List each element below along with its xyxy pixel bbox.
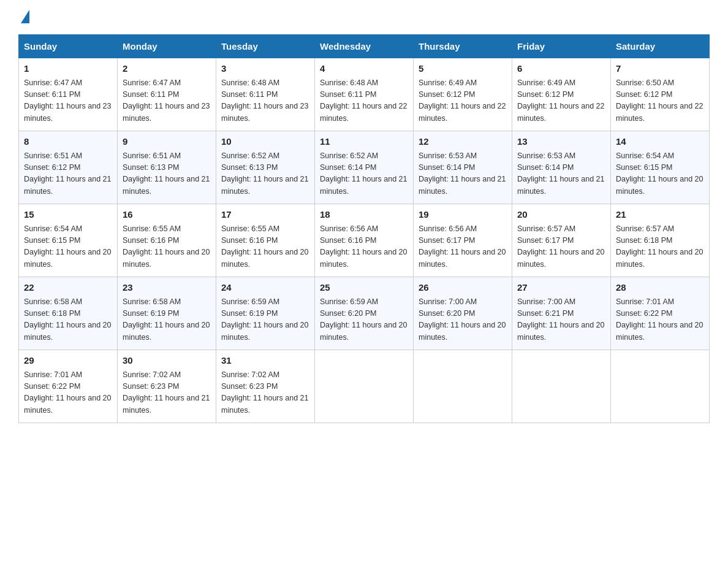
day-info: Sunrise: 6:52 AMSunset: 6:14 PMDaylight:… <box>320 151 407 196</box>
week-row-1: 1 Sunrise: 6:47 AMSunset: 6:11 PMDayligh… <box>19 58 710 131</box>
day-info: Sunrise: 6:55 AMSunset: 6:16 PMDaylight:… <box>123 224 210 269</box>
day-info: Sunrise: 7:02 AMSunset: 6:23 PMDaylight:… <box>221 370 308 415</box>
day-cell: 15 Sunrise: 6:54 AMSunset: 6:15 PMDaylig… <box>19 204 118 277</box>
day-info: Sunrise: 6:49 AMSunset: 6:12 PMDaylight:… <box>419 79 506 123</box>
day-number: 25 <box>320 281 408 295</box>
day-info: Sunrise: 7:00 AMSunset: 6:21 PMDaylight:… <box>517 297 604 342</box>
day-info: Sunrise: 6:56 AMSunset: 6:17 PMDaylight:… <box>419 224 506 269</box>
day-cell: 12 Sunrise: 6:53 AMSunset: 6:14 PMDaylig… <box>414 131 512 204</box>
header-cell-monday: Monday <box>118 35 216 58</box>
day-info: Sunrise: 7:01 AMSunset: 6:22 PMDaylight:… <box>616 297 703 342</box>
day-info: Sunrise: 7:02 AMSunset: 6:23 PMDaylight:… <box>123 370 210 415</box>
day-info: Sunrise: 6:50 AMSunset: 6:12 PMDaylight:… <box>616 79 703 123</box>
day-cell <box>512 350 611 423</box>
day-number: 30 <box>123 354 211 368</box>
day-info: Sunrise: 6:58 AMSunset: 6:19 PMDaylight:… <box>123 297 210 342</box>
day-cell: 16 Sunrise: 6:55 AMSunset: 6:16 PMDaylig… <box>118 204 216 277</box>
day-cell: 1 Sunrise: 6:47 AMSunset: 6:11 PMDayligh… <box>19 58 118 131</box>
day-number: 9 <box>123 135 211 149</box>
day-number: 1 <box>24 62 112 76</box>
header-cell-thursday: Thursday <box>414 35 512 58</box>
logo-triangle-icon <box>21 10 29 23</box>
day-cell: 30 Sunrise: 7:02 AMSunset: 6:23 PMDaylig… <box>118 350 216 423</box>
day-number: 2 <box>123 62 211 76</box>
day-cell: 20 Sunrise: 6:57 AMSunset: 6:17 PMDaylig… <box>512 204 611 277</box>
day-info: Sunrise: 6:51 AMSunset: 6:13 PMDaylight:… <box>123 151 210 196</box>
day-info: Sunrise: 6:57 AMSunset: 6:17 PMDaylight:… <box>517 224 604 269</box>
day-number: 5 <box>419 62 507 76</box>
day-cell: 9 Sunrise: 6:51 AMSunset: 6:13 PMDayligh… <box>118 131 216 204</box>
day-number: 27 <box>517 281 605 295</box>
week-row-2: 8 Sunrise: 6:51 AMSunset: 6:12 PMDayligh… <box>19 131 710 204</box>
day-number: 4 <box>320 62 408 76</box>
day-cell: 28 Sunrise: 7:01 AMSunset: 6:22 PMDaylig… <box>611 277 710 350</box>
day-cell: 4 Sunrise: 6:48 AMSunset: 6:11 PMDayligh… <box>315 58 414 131</box>
day-cell: 14 Sunrise: 6:54 AMSunset: 6:15 PMDaylig… <box>611 131 710 204</box>
day-cell: 17 Sunrise: 6:55 AMSunset: 6:16 PMDaylig… <box>216 204 315 277</box>
week-row-4: 22 Sunrise: 6:58 AMSunset: 6:18 PMDaylig… <box>19 277 710 350</box>
day-cell: 8 Sunrise: 6:51 AMSunset: 6:12 PMDayligh… <box>19 131 118 204</box>
day-number: 6 <box>517 62 605 76</box>
day-number: 17 <box>221 208 309 222</box>
day-info: Sunrise: 6:47 AMSunset: 6:11 PMDaylight:… <box>123 79 210 123</box>
day-info: Sunrise: 6:49 AMSunset: 6:12 PMDaylight:… <box>517 79 604 123</box>
day-number: 15 <box>24 208 112 222</box>
day-cell <box>315 350 414 423</box>
header-cell-saturday: Saturday <box>611 35 710 58</box>
day-number: 31 <box>221 354 309 368</box>
day-cell: 26 Sunrise: 7:00 AMSunset: 6:20 PMDaylig… <box>414 277 512 350</box>
day-number: 11 <box>320 135 408 149</box>
day-number: 28 <box>616 281 704 295</box>
day-cell: 2 Sunrise: 6:47 AMSunset: 6:11 PMDayligh… <box>118 58 216 131</box>
day-info: Sunrise: 7:01 AMSunset: 6:22 PMDaylight:… <box>24 370 111 415</box>
week-row-5: 29 Sunrise: 7:01 AMSunset: 6:22 PMDaylig… <box>19 350 710 423</box>
day-number: 23 <box>123 281 211 295</box>
day-info: Sunrise: 6:55 AMSunset: 6:16 PMDaylight:… <box>221 224 308 269</box>
day-cell: 23 Sunrise: 6:58 AMSunset: 6:19 PMDaylig… <box>118 277 216 350</box>
day-cell: 29 Sunrise: 7:01 AMSunset: 6:22 PMDaylig… <box>19 350 118 423</box>
day-cell: 22 Sunrise: 6:58 AMSunset: 6:18 PMDaylig… <box>19 277 118 350</box>
day-number: 21 <box>616 208 704 222</box>
calendar-header: SundayMondayTuesdayWednesdayThursdayFrid… <box>19 35 710 58</box>
day-info: Sunrise: 6:53 AMSunset: 6:14 PMDaylight:… <box>517 151 604 196</box>
day-info: Sunrise: 6:54 AMSunset: 6:15 PMDaylight:… <box>616 151 703 196</box>
header-row: SundayMondayTuesdayWednesdayThursdayFrid… <box>19 35 710 58</box>
day-number: 24 <box>221 281 309 295</box>
logo <box>18 12 29 22</box>
day-info: Sunrise: 6:47 AMSunset: 6:11 PMDaylight:… <box>24 79 111 123</box>
day-cell: 18 Sunrise: 6:56 AMSunset: 6:16 PMDaylig… <box>315 204 414 277</box>
day-info: Sunrise: 6:59 AMSunset: 6:20 PMDaylight:… <box>320 297 407 342</box>
day-cell: 21 Sunrise: 6:57 AMSunset: 6:18 PMDaylig… <box>611 204 710 277</box>
day-number: 19 <box>419 208 507 222</box>
day-cell: 5 Sunrise: 6:49 AMSunset: 6:12 PMDayligh… <box>414 58 512 131</box>
day-cell: 6 Sunrise: 6:49 AMSunset: 6:12 PMDayligh… <box>512 58 611 131</box>
header-cell-wednesday: Wednesday <box>315 35 414 58</box>
day-cell: 19 Sunrise: 6:56 AMSunset: 6:17 PMDaylig… <box>414 204 512 277</box>
header-cell-sunday: Sunday <box>19 35 118 58</box>
day-info: Sunrise: 6:57 AMSunset: 6:18 PMDaylight:… <box>616 224 703 269</box>
header-cell-friday: Friday <box>512 35 611 58</box>
week-row-3: 15 Sunrise: 6:54 AMSunset: 6:15 PMDaylig… <box>19 204 710 277</box>
day-cell <box>414 350 512 423</box>
day-info: Sunrise: 6:54 AMSunset: 6:15 PMDaylight:… <box>24 224 111 269</box>
calendar-body: 1 Sunrise: 6:47 AMSunset: 6:11 PMDayligh… <box>19 58 710 423</box>
day-cell: 7 Sunrise: 6:50 AMSunset: 6:12 PMDayligh… <box>611 58 710 131</box>
page-header <box>18 12 710 22</box>
day-number: 14 <box>616 135 704 149</box>
day-number: 29 <box>24 354 112 368</box>
day-number: 7 <box>616 62 704 76</box>
day-cell: 11 Sunrise: 6:52 AMSunset: 6:14 PMDaylig… <box>315 131 414 204</box>
day-info: Sunrise: 6:58 AMSunset: 6:18 PMDaylight:… <box>24 297 111 342</box>
day-info: Sunrise: 6:51 AMSunset: 6:12 PMDaylight:… <box>24 151 111 196</box>
day-number: 20 <box>517 208 605 222</box>
day-info: Sunrise: 6:59 AMSunset: 6:19 PMDaylight:… <box>221 297 308 342</box>
header-cell-tuesday: Tuesday <box>216 35 315 58</box>
day-number: 13 <box>517 135 605 149</box>
day-number: 26 <box>419 281 507 295</box>
calendar-table: SundayMondayTuesdayWednesdayThursdayFrid… <box>18 34 710 423</box>
day-number: 10 <box>221 135 309 149</box>
day-cell: 25 Sunrise: 6:59 AMSunset: 6:20 PMDaylig… <box>315 277 414 350</box>
day-number: 16 <box>123 208 211 222</box>
day-number: 12 <box>419 135 507 149</box>
day-cell <box>611 350 710 423</box>
